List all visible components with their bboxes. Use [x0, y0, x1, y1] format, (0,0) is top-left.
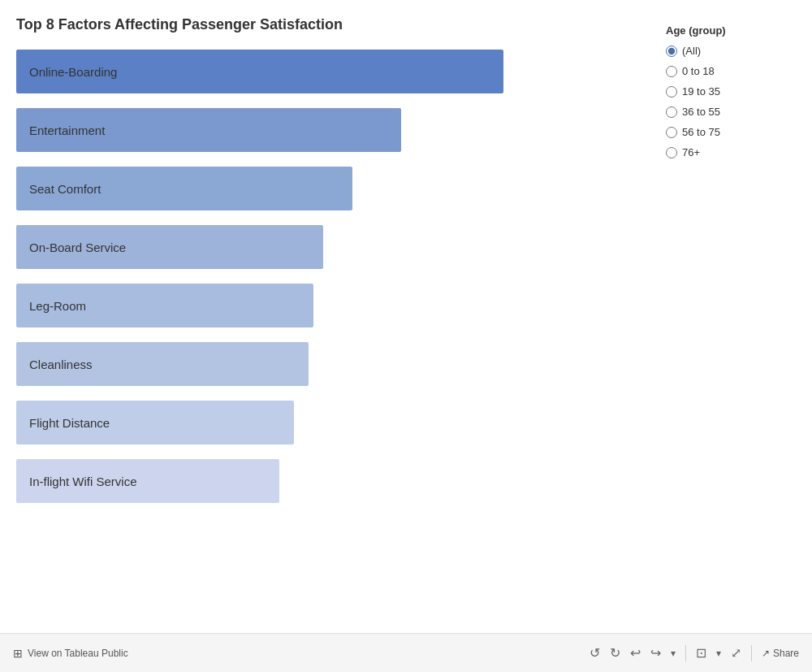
undo-icon[interactable]: ↺ — [590, 645, 600, 661]
bottom-bar: ⊞ View on Tableau Public ↺ ↻ ↩ ↪ ▾ ⊡ ▾ ⤢… — [0, 633, 812, 672]
radio-item-all[interactable]: (All) — [666, 45, 796, 57]
share-icon: ↗ — [762, 648, 770, 659]
chart-area: Top 8 Factors Affecting Passenger Satisf… — [16, 16, 666, 631]
bar-0: Online-Boarding — [16, 50, 503, 93]
bar-5: Cleanliness — [16, 342, 309, 386]
radio-input-all[interactable] — [666, 46, 677, 57]
divider2 — [751, 645, 752, 661]
bar-container-3: On-Board Service — [16, 225, 650, 269]
radio-input-76+[interactable] — [666, 147, 677, 158]
expand-icon[interactable]: ⤢ — [731, 645, 741, 661]
main-container: Top 8 Factors Affecting Passenger Satisf… — [0, 0, 812, 672]
bar-container-2: Seat Comfort — [16, 167, 650, 210]
tableau-icon: ⊞ — [13, 647, 23, 660]
radio-item-0-18[interactable]: 0 to 18 — [666, 65, 796, 77]
radio-label-0-18: 0 to 18 — [682, 65, 715, 77]
radio-label-76+: 76+ — [682, 146, 700, 158]
radio-label-all: (All) — [682, 45, 701, 57]
bar-container-1: Entertainment — [16, 108, 650, 152]
bottom-left: ⊞ View on Tableau Public — [13, 647, 128, 660]
bar-container-5: Cleanliness — [16, 342, 650, 386]
radio-label-36-55: 36 to 55 — [682, 106, 720, 118]
radio-input-19-35[interactable] — [666, 86, 677, 98]
filter-title: Age (group) — [666, 24, 796, 37]
forward-icon[interactable]: ↪ — [650, 645, 661, 661]
view-icon[interactable]: ⊡ — [696, 645, 706, 661]
share-button[interactable]: ↗ Share — [762, 648, 799, 659]
divider — [685, 645, 686, 661]
radio-input-36-55[interactable] — [666, 106, 677, 118]
radio-item-19-35[interactable]: 19 to 35 — [666, 85, 796, 98]
bar-container-7: In-flight Wifi Service — [16, 459, 650, 503]
radio-item-36-55[interactable]: 36 to 55 — [666, 106, 796, 118]
view-dropdown-icon[interactable]: ▾ — [716, 648, 721, 659]
radio-input-56-75[interactable] — [666, 127, 677, 138]
back-icon[interactable]: ↩ — [630, 645, 641, 661]
chart-title: Top 8 Factors Affecting Passenger Satisf… — [16, 16, 650, 33]
radio-group: (All)0 to 1819 to 3536 to 5556 to 7576+ — [666, 45, 796, 158]
bar-container-4: Leg-Room — [16, 284, 650, 327]
bar-4: Leg-Room — [16, 284, 313, 327]
radio-item-76+[interactable]: 76+ — [666, 146, 796, 158]
bar-2: Seat Comfort — [16, 167, 352, 210]
radio-label-56-75: 56 to 75 — [682, 126, 720, 138]
sidebar: Age (group) (All)0 to 1819 to 3536 to 55… — [666, 16, 796, 631]
bar-3: On-Board Service — [16, 225, 323, 269]
tableau-public-link[interactable]: View on Tableau Public — [28, 648, 128, 659]
bars-container: Online-BoardingEntertainmentSeat Comfort… — [16, 50, 650, 503]
bar-container-6: Flight Distance — [16, 401, 650, 444]
bar-6: Flight Distance — [16, 401, 294, 444]
radio-input-0-18[interactable] — [666, 66, 677, 77]
bottom-right: ↺ ↻ ↩ ↪ ▾ ⊡ ▾ ⤢ ↗ Share — [590, 645, 799, 661]
bar-1: Entertainment — [16, 108, 401, 152]
redo-icon[interactable]: ↻ — [610, 645, 620, 661]
radio-label-19-35: 19 to 35 — [682, 85, 720, 98]
radio-item-56-75[interactable]: 56 to 75 — [666, 126, 796, 138]
forward-dropdown-icon[interactable]: ▾ — [671, 648, 676, 659]
bar-7: In-flight Wifi Service — [16, 459, 279, 503]
bar-container-0: Online-Boarding — [16, 50, 650, 93]
share-label: Share — [773, 648, 799, 659]
